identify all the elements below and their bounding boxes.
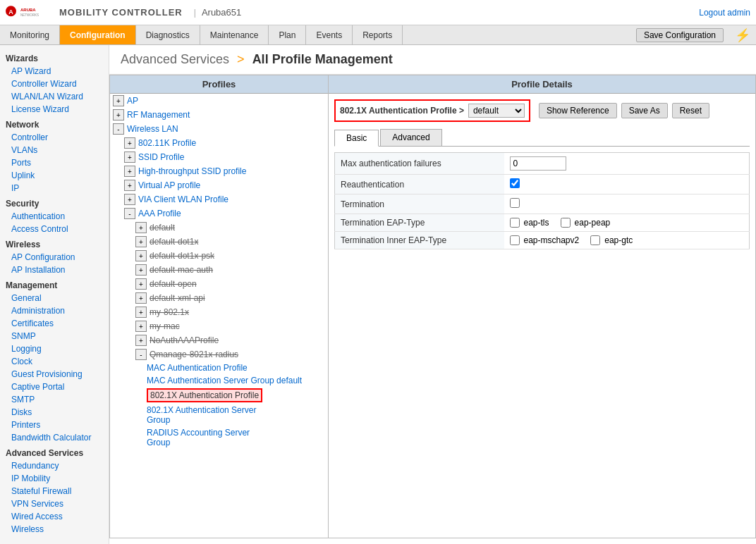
sidebar-item-printers[interactable]: Printers <box>0 419 109 431</box>
sidebar-item-ip-mobility[interactable]: IP Mobility <box>0 472 109 485</box>
svg-text:NETWORKS: NETWORKS <box>20 13 39 17</box>
lightning-icon[interactable]: ⚡ <box>735 27 750 43</box>
tree-label-aaa[interactable]: AAA Profile <box>138 209 181 218</box>
tree-label-8021x-server-group[interactable]: 802.1X Authentication ServerGroup <box>147 405 256 425</box>
tree-expand-80211k[interactable]: + <box>124 137 135 149</box>
sidebar-item-snmp[interactable]: SNMP <box>0 330 109 342</box>
tree-label-mac-auth-server[interactable]: MAC Authentication Server Group default <box>147 376 302 385</box>
tree-label-default-mac-auth[interactable]: default-mac-auth <box>150 265 213 275</box>
tree-expand-wireless-lan[interactable]: - <box>113 123 124 135</box>
profile-dropdown[interactable]: default <box>468 104 525 118</box>
sidebar-item-ap-wizard[interactable]: AP Wizard <box>0 65 109 78</box>
tree-expand-qmanage[interactable]: - <box>135 349 147 360</box>
sidebar-item-certificates[interactable]: Certificates <box>0 317 109 330</box>
sidebar-item-access-control[interactable]: Access Control <box>0 223 109 235</box>
tree-expand-ap[interactable]: + <box>113 95 124 106</box>
tree-expand-my-mac[interactable]: + <box>135 321 147 332</box>
sidebar-item-smtp[interactable]: SMTP <box>0 393 109 406</box>
sidebar-item-wlan-wizard[interactable]: WLAN/LAN Wizard <box>0 90 109 103</box>
sidebar-item-wired-access[interactable]: Wired Access <box>0 510 109 523</box>
tree-label-8021x-auth-profile[interactable]: 802.1X Authentication Profile <box>147 388 262 402</box>
show-reference-button[interactable]: Show Reference <box>539 103 617 118</box>
sidebar-item-controller-wizard[interactable]: Controller Wizard <box>0 78 109 90</box>
eap-tls-checkbox[interactable] <box>510 218 520 228</box>
tree-expand-aaa[interactable]: - <box>124 208 135 219</box>
sidebar-item-stateful-firewall[interactable]: Stateful Firewall <box>0 485 109 497</box>
sidebar-item-vlans[interactable]: VLANs <box>0 144 109 156</box>
tab-advanced[interactable]: Advanced <box>380 129 441 146</box>
tree-label-mac-auth-profile[interactable]: MAC Authentication Profile <box>147 363 248 373</box>
sidebar-item-ip[interactable]: IP <box>0 182 109 194</box>
sidebar-item-general[interactable]: General <box>0 292 109 304</box>
tab-maintenance[interactable]: Maintenance <box>200 25 269 44</box>
tab-plan[interactable]: Plan <box>269 25 306 44</box>
tree-label-ap[interactable]: AP <box>127 96 138 106</box>
sidebar-item-ap-installation[interactable]: AP Installation <box>0 264 109 276</box>
tree-label-default-dot1x-psk[interactable]: default-dot1x-psk <box>150 251 214 261</box>
tab-monitoring[interactable]: Monitoring <box>0 25 60 44</box>
tree-label-radius-accounting[interactable]: RADIUS Accounting ServerGroup <box>147 428 250 447</box>
form-value-termination-inner-eap-type: eap-mschapv2 eap-gtc <box>504 232 750 249</box>
tree-label-wireless-lan[interactable]: Wireless LAN <box>127 124 178 134</box>
tree-expand-ssid[interactable]: + <box>124 152 135 163</box>
tree-label-rf[interactable]: RF Management <box>127 110 190 120</box>
tree-label-default-dot1x[interactable]: default-dot1x <box>150 237 198 247</box>
tree-expand-via-client[interactable]: + <box>124 194 135 205</box>
tree-expand-default-dot1x-psk[interactable]: + <box>135 250 147 261</box>
sidebar-item-logging[interactable]: Logging <box>0 342 109 355</box>
tab-basic[interactable]: Basic <box>334 130 379 147</box>
tab-configuration[interactable]: Configuration <box>60 25 136 44</box>
eap-peap-checkbox[interactable] <box>561 218 571 228</box>
tree-expand-default-xml-api[interactable]: + <box>135 292 147 304</box>
save-config-button[interactable]: Save Configuration <box>636 28 724 42</box>
tree-expand-noauth[interactable]: + <box>135 335 147 346</box>
tree-expand-virtual-ap[interactable]: + <box>124 180 135 191</box>
sidebar-item-guest-provisioning[interactable]: Guest Provisioning <box>0 368 109 381</box>
reauthentication-checkbox[interactable] <box>510 178 520 188</box>
max-auth-failures-input[interactable] <box>510 156 566 171</box>
sidebar-item-vpn-services[interactable]: VPN Services <box>0 497 109 510</box>
tree-label-virtual-ap[interactable]: Virtual AP profile <box>138 180 200 190</box>
tree-label-my-mac[interactable]: my-mac <box>150 321 180 331</box>
tree-expand-rf[interactable]: + <box>113 109 124 120</box>
tree-expand-default-open[interactable]: + <box>135 278 147 290</box>
sidebar-item-license-wizard[interactable]: License Wizard <box>0 103 109 116</box>
tree-label-default-xml-api[interactable]: default-xml-api <box>150 293 205 303</box>
tab-reports[interactable]: Reports <box>353 25 403 44</box>
tab-events[interactable]: Events <box>306 25 353 44</box>
sidebar-item-bandwidth-calculator[interactable]: Bandwidth Calculator <box>0 431 109 444</box>
sidebar-item-controller[interactable]: Controller <box>0 131 109 144</box>
tree-label-via-client[interactable]: VIA Client WLAN Profile <box>138 194 228 204</box>
sidebar-item-clock[interactable]: Clock <box>0 355 109 368</box>
tree-label-default[interactable]: default <box>150 223 175 233</box>
tree-expand-ht-ssid[interactable]: + <box>124 166 135 177</box>
sidebar-item-ap-configuration[interactable]: AP Configuration <box>0 251 109 264</box>
sidebar-item-redundancy[interactable]: Redundancy <box>0 459 109 472</box>
tree-expand-default-mac-auth[interactable]: + <box>135 264 147 276</box>
sidebar-item-wireless-adv[interactable]: Wireless <box>0 523 109 536</box>
sidebar-item-authentication[interactable]: Authentication <box>0 210 109 223</box>
tree-expand-default-dot1x[interactable]: + <box>135 236 147 247</box>
tree-label-my-8021x[interactable]: my-802.1x <box>150 307 189 317</box>
breadcrumb-arrow: > <box>237 52 248 66</box>
sidebar-item-captive-portal[interactable]: Captive Portal <box>0 381 109 393</box>
termination-checkbox[interactable] <box>510 198 520 208</box>
logout-link[interactable]: Logout admin <box>699 8 750 18</box>
tree-expand-my-8021x[interactable]: + <box>135 307 147 318</box>
tree-label-default-open[interactable]: default-open <box>150 279 197 289</box>
tree-label-ssid[interactable]: SSID Profile <box>138 152 184 162</box>
tree-label-noauth[interactable]: NoAuthAAAProfile <box>150 335 219 345</box>
sidebar-item-ports[interactable]: Ports <box>0 156 109 169</box>
sidebar-item-uplink[interactable]: Uplink <box>0 169 109 182</box>
eap-mschapv2-checkbox[interactable] <box>510 235 520 245</box>
eap-gtc-checkbox[interactable] <box>590 235 600 245</box>
tree-label-80211k[interactable]: 802.11K Profile <box>138 138 196 148</box>
tab-diagnostics[interactable]: Diagnostics <box>136 25 200 44</box>
tree-expand-default[interactable]: + <box>135 222 147 233</box>
tree-label-ht-ssid[interactable]: High-throughput SSID profile <box>138 166 246 176</box>
tree-label-qmanage[interactable]: Qmanage-8021x-radius <box>150 350 238 359</box>
sidebar-item-administration[interactable]: Administration <box>0 304 109 317</box>
reset-button[interactable]: Reset <box>672 103 709 118</box>
sidebar-item-disks[interactable]: Disks <box>0 406 109 419</box>
save-as-button[interactable]: Save As <box>621 103 668 118</box>
